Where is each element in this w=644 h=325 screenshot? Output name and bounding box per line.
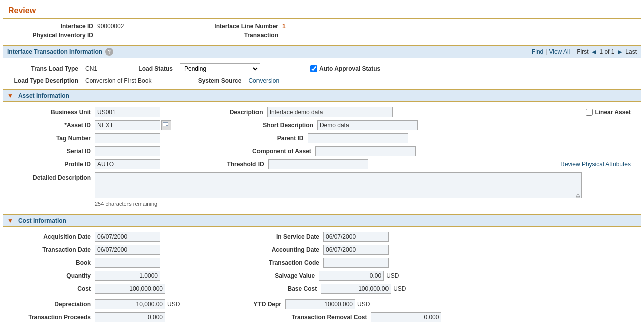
first-label: First (577, 48, 588, 55)
component-of-asset-input[interactable] (315, 146, 416, 156)
cost-row-4: Quantity Salvage Value USD (13, 271, 631, 281)
acquisition-date-input[interactable] (95, 232, 160, 242)
short-desc-input[interactable] (317, 120, 418, 130)
serial-id-input[interactable] (95, 146, 160, 156)
auto-approval-label: Auto Approval Status (319, 65, 380, 72)
asset-collapse-icon[interactable]: ▼ (7, 92, 13, 99)
cost-info-form: Acquisition Date In Service Date Transac… (3, 227, 641, 325)
description-input[interactable] (267, 107, 393, 117)
depreciation-input[interactable] (95, 299, 165, 309)
cost-collapse-icon[interactable]: ▼ (7, 217, 13, 224)
auto-approval-checkbox[interactable] (310, 65, 317, 72)
tag-number-input[interactable] (95, 133, 160, 143)
view-all-link[interactable]: View All (549, 48, 570, 55)
in-service-date-input[interactable] (323, 232, 389, 242)
load-status-label: Load Status (127, 65, 173, 72)
detailed-desc-row: Detailed Description ⧋ (13, 172, 631, 200)
business-unit-input[interactable] (95, 107, 160, 117)
section-bar-nav: Find | View All First ◄ 1 of 1 ► Last (532, 48, 637, 56)
quantity-input[interactable] (95, 271, 160, 281)
detailed-desc-label: Detailed Description (13, 172, 91, 200)
transaction-code-input[interactable] (323, 258, 389, 268)
cost-section-bar: ▼ Cost Information (3, 214, 641, 227)
threshold-id-label: Threshold ID (216, 161, 264, 168)
asset-section-bar: ▼ Asset Information (3, 90, 641, 102)
find-link[interactable]: Find (532, 48, 543, 55)
next-arrow[interactable]: ► (616, 48, 623, 56)
load-status-select[interactable]: Pending Complete Error (180, 63, 260, 74)
trans-load-type-label: Trans Load Type (13, 65, 78, 72)
base-cost-label: Base Cost (262, 285, 317, 292)
char-remaining: 254 characters remaining (95, 201, 631, 207)
asset-row-2: *Asset ID Short Description (13, 120, 631, 130)
interface-section-title: Interface Transaction Information (7, 48, 102, 55)
cost-row-7: Transaction Proceeds Transaction Removal… (13, 312, 631, 322)
load-status-group: Load Status Pending Complete Error (127, 63, 260, 74)
system-source-group: System Source Conversion (196, 77, 279, 84)
asset-section-title: Asset Information (18, 92, 69, 99)
textarea-wrapper: ⧋ (95, 172, 582, 200)
transaction-date-input[interactable] (95, 245, 160, 255)
transaction-proceeds-input[interactable] (95, 312, 165, 322)
cost-section-bar-left: ▼ Cost Information (7, 217, 66, 224)
profile-id-input[interactable] (95, 159, 160, 169)
system-source-label: System Source (196, 77, 241, 84)
depreciation-currency: USD (167, 301, 180, 308)
help-icon[interactable]: ? (105, 48, 113, 56)
asset-row-3: Tag Number Parent ID (13, 133, 631, 143)
book-label: Book (13, 259, 91, 266)
base-cost-currency: USD (393, 285, 406, 292)
header-section: Interface ID 90000002 Interface Line Num… (3, 19, 641, 45)
svg-rect-3 (163, 125, 166, 126)
trans-load-type-value: CN1 (85, 65, 97, 72)
prev-arrow[interactable]: ◄ (591, 48, 598, 56)
tag-number-label: Tag Number (13, 135, 91, 142)
description-label: Description (215, 109, 263, 116)
trans-info-row: Trans Load Type CN1 Load Status Pending … (13, 63, 631, 74)
detailed-desc-textarea[interactable] (95, 172, 582, 198)
asset-row-5: Profile ID Threshold ID Review Physical … (13, 159, 631, 169)
interface-id-label: Interface ID (13, 23, 93, 30)
business-unit-label: Business Unit (13, 109, 91, 116)
cost-input[interactable] (95, 284, 165, 294)
header-row-1: Interface ID 90000002 Interface Line Num… (13, 23, 342, 30)
interface-section-bar-left: Interface Transaction Information ? (7, 48, 113, 56)
page-container: Review Interface ID 90000002 Interface L… (3, 3, 641, 325)
salvage-value-label: Salvage Value (260, 272, 315, 279)
linear-asset-checkbox[interactable] (586, 109, 593, 116)
threshold-id-input[interactable] (268, 159, 368, 169)
in-service-date-label: In Service Date (264, 233, 319, 240)
base-cost-input[interactable] (321, 284, 391, 294)
parent-id-label: Parent ID (256, 135, 304, 142)
accounting-date-label: Accounting Date (264, 246, 319, 253)
transaction-date-label: Transaction Date (13, 246, 91, 253)
last-label: Last (625, 48, 637, 55)
book-input[interactable] (95, 258, 160, 268)
parent-id-input[interactable] (308, 133, 408, 143)
accounting-date-input[interactable] (323, 245, 389, 255)
asset-id-input[interactable] (95, 120, 160, 130)
interface-section-bar: Interface Transaction Information ? Find… (3, 45, 641, 58)
page-title: Review (3, 3, 641, 19)
ytd-depr-input[interactable] (285, 299, 355, 309)
transaction-removal-cost-input[interactable] (371, 312, 441, 322)
load-type-desc-value: Conversion of First Book (85, 77, 151, 84)
transaction-removal-cost-label: Transaction Removal Cost (292, 314, 367, 321)
linear-asset-group: Linear Asset (586, 109, 631, 116)
pagination: 1 of 1 (599, 48, 614, 55)
interface-id-value: 90000002 (97, 23, 158, 30)
cost-section-title: Cost Information (18, 217, 66, 224)
review-physical-link[interactable]: Review Physical Attributes (560, 161, 631, 168)
salvage-currency: USD (386, 272, 399, 279)
component-of-asset-label: Component of Asset (252, 148, 311, 155)
trans-info-section: Trans Load Type CN1 Load Status Pending … (3, 58, 641, 89)
header-cols: Interface ID 90000002 Interface Line Num… (13, 23, 631, 32)
header-cols-2: Physical Inventory ID Transaction (13, 32, 631, 41)
asset-id-label: *Asset ID (13, 122, 91, 129)
asset-id-lookup-button[interactable] (161, 120, 171, 130)
trans-info-row-2: Load Type Description Conversion of Firs… (13, 77, 631, 84)
svg-rect-1 (163, 123, 168, 124)
system-source-value[interactable]: Conversion (248, 77, 279, 84)
salvage-value-input[interactable] (319, 271, 384, 281)
textarea-resize-handle[interactable]: ⧋ (576, 192, 580, 198)
